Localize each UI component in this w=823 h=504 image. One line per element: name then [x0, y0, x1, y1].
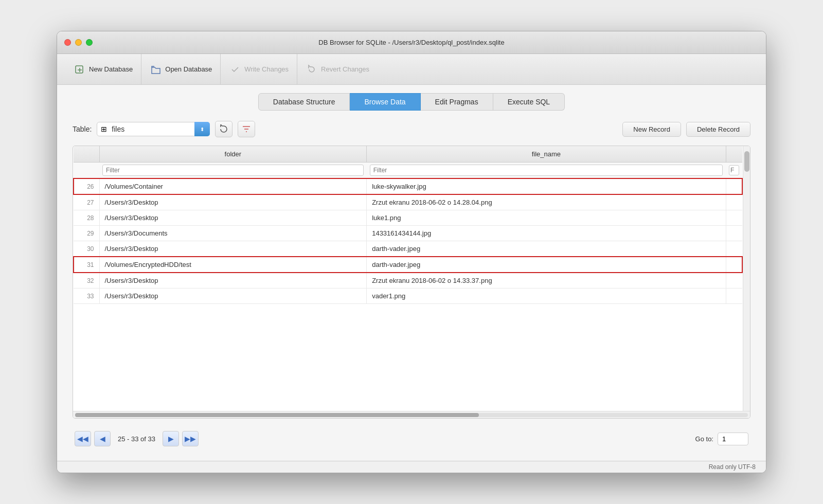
cell-extra	[726, 241, 742, 257]
table-row[interactable]: 26/Volumes/Containerluke-skywalker.jpg	[74, 178, 742, 194]
vertical-scrollbar[interactable]	[743, 146, 750, 411]
refresh-icon	[219, 124, 228, 134]
table-selector-group: Table: ⊞ files ⬍	[73, 121, 255, 137]
cell-rownum: 26	[74, 178, 99, 194]
cell-folder: /Users/r3/Documents	[99, 226, 367, 241]
refresh-button[interactable]	[215, 121, 232, 137]
cell-rownum: 33	[74, 289, 99, 304]
filter-extra-cell	[726, 163, 742, 179]
tab-execute-sql[interactable]: Execute SQL	[493, 93, 565, 111]
table-scroll[interactable]: folder file_name	[73, 146, 743, 411]
cell-folder: /Users/r3/Desktop	[99, 194, 367, 210]
revert-changes-icon	[306, 63, 318, 76]
cell-extra	[726, 226, 742, 241]
cell-extra	[726, 194, 742, 210]
delete-record-button[interactable]: Delete Record	[686, 122, 750, 137]
write-changes-icon	[229, 63, 241, 76]
tab-edit-pragmas[interactable]: Edit Pragmas	[421, 93, 493, 111]
revert-changes-button[interactable]: Revert Changes	[297, 54, 378, 84]
cell-extra	[726, 257, 742, 273]
status-text: Read only UTF-8	[709, 463, 756, 471]
toolbar: New Database Open Database Write Changes	[57, 54, 766, 85]
table-row[interactable]: 32/Users/r3/DesktopZrzut ekranu 2018-06-…	[74, 273, 742, 289]
tab-browse-data[interactable]: Browse Data	[350, 93, 420, 111]
table-controls: Table: ⊞ files ⬍	[73, 121, 750, 137]
new-database-icon	[74, 63, 86, 76]
col-rownum	[74, 146, 99, 163]
filter-folder-cell	[99, 163, 367, 179]
table-header-row: folder file_name	[74, 146, 742, 163]
open-database-icon	[150, 63, 162, 76]
window-title: DB Browser for SQLite - /Users/r3/Deskto…	[318, 39, 504, 46]
filter-folder-input[interactable]	[102, 165, 364, 176]
filter-row	[74, 163, 742, 179]
table-row[interactable]: 33/Users/r3/Desktopvader1.png	[74, 289, 742, 304]
content-area: Table: ⊞ files ⬍	[57, 111, 766, 461]
data-table: folder file_name	[73, 146, 743, 304]
h-scrollbar-thumb	[75, 413, 479, 417]
cell-filename: Zrzut ekranu 2018-06-02 o 14.28.04.png	[367, 194, 726, 210]
horizontal-scrollbar[interactable]	[73, 411, 750, 418]
tab-database-structure[interactable]: Database Structure	[258, 93, 350, 111]
cell-filename: vader1.png	[367, 289, 726, 304]
table-row[interactable]: 30/Users/r3/Desktopdarth-vader.jpeg	[74, 241, 742, 257]
col-extra	[726, 146, 742, 163]
cell-folder: /Users/r3/Desktop	[99, 289, 367, 304]
prev-page-button[interactable]: ◀	[94, 431, 111, 446]
filter-icon	[242, 124, 251, 134]
status-bar: Read only UTF-8	[57, 461, 766, 473]
bottom-bar: ◀◀ ◀ 25 - 33 of 33 ▶ ▶▶ Go to:	[73, 427, 750, 451]
tabs: Database Structure Browse Data Edit Prag…	[57, 85, 766, 111]
table-body: 26/Volumes/Containerluke-skywalker.jpg27…	[74, 178, 742, 304]
cell-rownum: 27	[74, 194, 99, 210]
filter-extra-input[interactable]	[729, 165, 739, 175]
new-database-label: New Database	[89, 65, 133, 73]
table-row[interactable]: 28/Users/r3/Desktopluke1.png	[74, 210, 742, 226]
table-and-scroll: folder file_name	[73, 146, 750, 411]
filter-button[interactable]	[238, 121, 255, 137]
open-database-label: Open Database	[165, 65, 212, 73]
cell-rownum: 32	[74, 273, 99, 289]
filter-filename-cell	[367, 163, 726, 179]
table-dropdown[interactable]: files	[97, 122, 210, 136]
close-button[interactable]	[64, 39, 71, 46]
new-database-button[interactable]: New Database	[65, 54, 141, 84]
cell-folder: /Users/r3/Desktop	[99, 241, 367, 257]
cell-folder: /Users/r3/Desktop	[99, 273, 367, 289]
cell-extra	[726, 273, 742, 289]
minimize-button[interactable]	[75, 39, 82, 46]
cell-extra	[726, 210, 742, 226]
open-database-button[interactable]: Open Database	[141, 54, 221, 84]
table-row[interactable]: 29/Users/r3/Documents1433161434144.jpg	[74, 226, 742, 241]
cell-filename: Zrzut ekranu 2018-06-02 o 14.33.37.png	[367, 273, 726, 289]
cell-folder: /Volumes/EncryptedHDD/test	[99, 257, 367, 273]
scrollbar-thumb	[744, 151, 749, 172]
col-filename[interactable]: file_name	[367, 146, 726, 163]
write-changes-button[interactable]: Write Changes	[221, 54, 297, 84]
new-record-button[interactable]: New Record	[622, 122, 681, 137]
table-row[interactable]: 31/Volumes/EncryptedHDD/testdarth-vader.…	[74, 257, 742, 273]
cell-extra	[726, 289, 742, 304]
cell-filename: luke1.png	[367, 210, 726, 226]
svg-rect-0	[76, 66, 83, 73]
table-row[interactable]: 27/Users/r3/DesktopZrzut ekranu 2018-06-…	[74, 194, 742, 210]
cell-folder: /Users/r3/Desktop	[99, 210, 367, 226]
first-page-button[interactable]: ◀◀	[75, 431, 91, 446]
goto-input[interactable]	[718, 433, 748, 445]
cell-filename: darth-vader.jpeg	[367, 257, 726, 273]
col-folder[interactable]: folder	[99, 146, 367, 163]
write-changes-label: Write Changes	[244, 65, 289, 73]
titlebar: DB Browser for SQLite - /Users/r3/Deskto…	[57, 31, 766, 54]
cell-rownum: 30	[74, 241, 99, 257]
cell-rownum: 31	[74, 257, 99, 273]
last-page-button[interactable]: ▶▶	[182, 431, 199, 446]
cell-extra	[726, 178, 742, 194]
maximize-button[interactable]	[86, 39, 93, 46]
page-range: 25 - 33 of 33	[114, 435, 159, 443]
pagination: ◀◀ ◀ 25 - 33 of 33 ▶ ▶▶	[75, 431, 199, 446]
filter-filename-input[interactable]	[370, 165, 723, 176]
cell-rownum: 28	[74, 210, 99, 226]
next-page-button[interactable]: ▶	[163, 431, 179, 446]
cell-filename: darth-vader.jpeg	[367, 241, 726, 257]
filter-rownum-cell	[74, 163, 99, 179]
